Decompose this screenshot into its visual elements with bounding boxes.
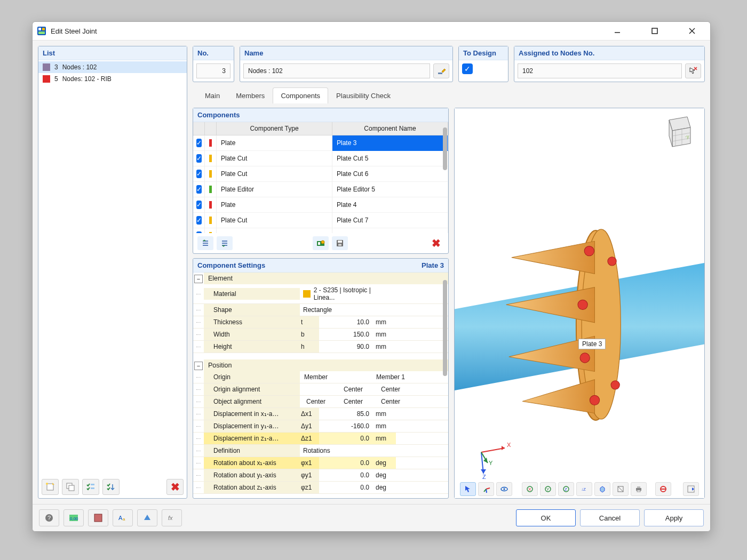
fonts-button[interactable]: Aa (113, 509, 133, 526)
pv-triad-button[interactable] (478, 482, 494, 496)
tab-members[interactable]: Members (228, 87, 273, 103)
row-checkbox[interactable]: ✓ (196, 201, 202, 209)
preview-panel: Plate 3 (454, 108, 705, 499)
list-panel: List 3 Nodes : 102 5 Nodes: 102 - RIB (38, 46, 187, 499)
pv-print-button[interactable] (631, 482, 647, 496)
prop-height[interactable]: Height h 90.0 mm (193, 341, 448, 353)
prop-thickness[interactable]: Thickness t 10.0 mm (193, 316, 448, 329)
component-row[interactable]: ✓ Plate Cut Plate Cut 8 (193, 228, 448, 233)
prop-origin-align[interactable]: Origin alignment Center Center (193, 383, 448, 396)
maximize-button[interactable] (643, 23, 666, 39)
row-checkbox[interactable]: ✓ (196, 154, 202, 163)
close-button[interactable] (680, 23, 704, 39)
pv-wire-button[interactable] (613, 482, 629, 496)
svg-line-53 (486, 488, 490, 489)
svg-point-10 (46, 483, 48, 485)
cancel-button[interactable]: Cancel (580, 509, 640, 526)
prop-definition[interactable]: Definition Rotations (193, 445, 448, 457)
delete-component-button[interactable]: ✖ (428, 236, 444, 250)
component-row[interactable]: ✓ Plate Cut Plate Cut 5 (193, 151, 448, 166)
pv-iso-button[interactable] (594, 482, 610, 496)
row-checkbox[interactable]: ✓ (196, 185, 202, 194)
component-row[interactable]: ✓ Plate Editor Plate Editor 5 (193, 182, 448, 197)
list-item-3[interactable]: 3 Nodes : 102 (38, 61, 187, 73)
pv-select-button[interactable] (460, 482, 476, 496)
apply-button[interactable]: Apply (644, 509, 704, 526)
row-checkbox[interactable]: ✓ (196, 139, 202, 147)
prop-dz1[interactable]: Displacement in z₁-a… Δz1 0.0 mm (193, 433, 448, 445)
prop-shape[interactable]: Shape Rectangle (193, 304, 448, 316)
render-button[interactable] (137, 509, 157, 526)
list-items: 3 Nodes : 102 5 Nodes: 102 - RIB (38, 60, 187, 476)
prop-object-align[interactable]: Object alignment Center Center Center (193, 396, 448, 408)
tab-plausibility[interactable]: Plausibility Check (328, 87, 399, 103)
component-row[interactable]: ✓ Plate Cut Plate Cut 7 (193, 213, 448, 228)
move-up-button[interactable] (197, 236, 213, 250)
move-down-button[interactable] (217, 236, 233, 250)
no-input[interactable]: 3 (196, 63, 231, 78)
tab-main[interactable]: Main (197, 87, 228, 103)
row-swatch (209, 170, 212, 178)
svg-marker-65 (600, 486, 605, 492)
pv-view-x-button[interactable]: X (522, 482, 538, 496)
nodes-input[interactable]: 102 (518, 63, 682, 78)
row-checkbox[interactable]: ✓ (196, 216, 202, 225)
pv-view-z-button[interactable]: Z (558, 482, 574, 496)
panel-to-design: To Design ✓ (458, 46, 508, 82)
edit-name-button[interactable] (433, 63, 449, 78)
help-button[interactable]: ? (39, 509, 59, 526)
view-cube[interactable]: -y (658, 111, 698, 151)
pv-expand-button[interactable] (683, 482, 699, 496)
expander-position[interactable]: − (194, 362, 203, 370)
prop-rx1[interactable]: Rotation about x₁-axis φx1 0.0 deg (193, 457, 448, 469)
save-button[interactable] (332, 236, 348, 250)
row-name: Plate Cut 5 (332, 151, 448, 166)
fx-button[interactable]: fx (162, 509, 182, 526)
panel-to-design-header: To Design (459, 46, 508, 60)
delete-joint-button[interactable]: ✖ (166, 479, 184, 495)
pv-sort-z-button[interactable]: ↓Z (576, 482, 592, 496)
row-name: Plate 4 (332, 197, 448, 213)
prop-dy1[interactable]: Displacement in y₁-a… Δy1 -160.0 mm (193, 420, 448, 433)
prop-rz1[interactable]: Rotation about z₁-axis φz1 0.0 deg (193, 482, 448, 494)
list-header: List (38, 46, 187, 60)
components-scrollbar[interactable] (442, 122, 448, 233)
row-checkbox[interactable]: ✓ (196, 170, 202, 178)
ok-button[interactable]: OK (516, 509, 576, 526)
to-design-checkbox[interactable]: ✓ (462, 63, 473, 74)
svg-rect-14 (91, 487, 94, 489)
expander-element[interactable]: − (194, 275, 203, 283)
tab-components[interactable]: Components (273, 87, 328, 103)
list-item-5[interactable]: 5 Nodes: 102 - RIB (38, 73, 187, 85)
preview-viewport[interactable]: Plate 3 (455, 108, 704, 498)
prop-origin[interactable]: Origin Member Member 1 (193, 371, 448, 383)
pv-eye-button[interactable] (496, 482, 512, 496)
pv-view-y-button[interactable]: Y (540, 482, 556, 496)
prop-width[interactable]: Width b 150.0 mm (193, 329, 448, 341)
component-row[interactable]: ✓ Plate Plate 4 (193, 197, 448, 213)
pick-nodes-button[interactable] (685, 63, 701, 78)
prop-material[interactable]: Material 2 - S235 | Isotropic | Linea... (193, 284, 448, 304)
name-input[interactable]: Nodes : 102 (243, 63, 430, 78)
list-item-label: Nodes: 102 - RIB (62, 75, 112, 83)
svg-rect-2 (42, 28, 45, 30)
checklist-a-button[interactable] (82, 479, 99, 495)
edit-steel-joint-window: Edit Steel Joint List 3 Nodes (32, 21, 711, 532)
left-column: List 3 Nodes : 102 5 Nodes: 102 - RIB (38, 46, 187, 499)
prop-dx1[interactable]: Displacement in x₁-a… Δx1 85.0 mm (193, 408, 448, 420)
minimize-button[interactable] (606, 23, 629, 39)
component-row[interactable]: ✓ Plate Plate 3 (193, 135, 448, 151)
library-button[interactable] (313, 236, 329, 250)
component-row[interactable]: ✓ Plate Cut Plate Cut 6 (193, 166, 448, 182)
svg-point-32 (580, 353, 590, 363)
duplicate-joint-button[interactable] (62, 479, 79, 495)
new-joint-button[interactable] (42, 479, 59, 495)
pv-reset-button[interactable] (655, 482, 671, 496)
settings-scrollbar[interactable] (442, 275, 448, 496)
units-button[interactable]: 0,00 (63, 509, 84, 526)
prop-ry1[interactable]: Rotation about y₁-axis φy1 0.0 deg (193, 469, 448, 482)
preview-tooltip: Plate 3 (578, 339, 606, 349)
row-checkbox[interactable]: ✓ (196, 231, 202, 233)
checklist-b-button[interactable] (102, 479, 120, 495)
color-button[interactable] (88, 509, 108, 526)
